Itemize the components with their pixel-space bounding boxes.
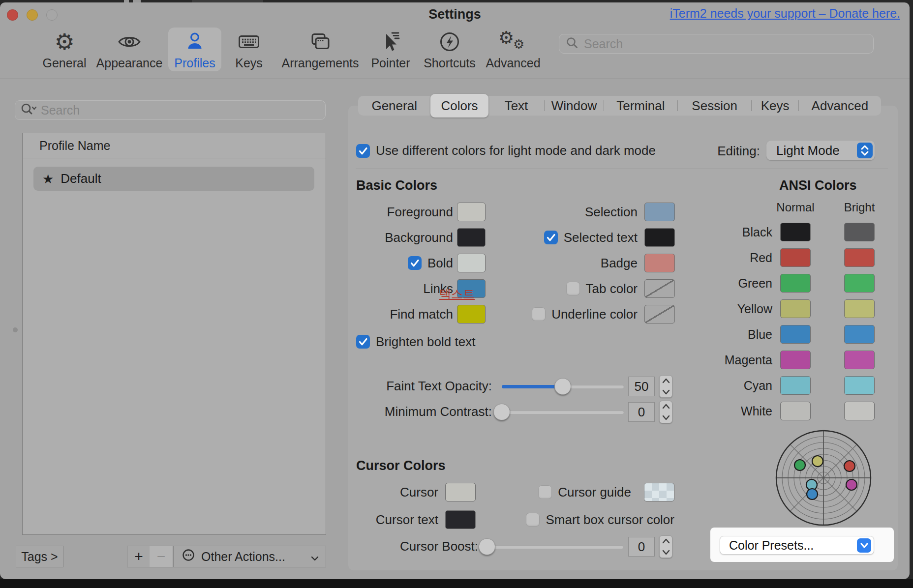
color-well[interactable] <box>644 305 675 323</box>
ansi-row-label: Blue <box>713 327 772 342</box>
ansi-row-label: White <box>713 404 772 418</box>
use-different-colors-checkbox[interactable] <box>356 144 370 158</box>
toolbar-divider <box>0 79 910 79</box>
badge-row: Badge <box>512 250 675 276</box>
color-row-label: Foreground <box>387 205 453 220</box>
color-well[interactable] <box>644 203 675 221</box>
color-well[interactable] <box>844 299 875 318</box>
color-well[interactable] <box>780 299 811 318</box>
tab-keys[interactable]: Keys <box>752 96 798 116</box>
color-well[interactable] <box>457 254 486 272</box>
color-well[interactable] <box>844 376 875 395</box>
underline-color-row: Underline color <box>512 301 675 327</box>
tab-colors[interactable]: Colors <box>430 94 488 118</box>
color-wheel[interactable] <box>774 429 873 529</box>
faint-opacity-stepper[interactable] <box>659 375 672 398</box>
wheel-color-dot[interactable] <box>812 456 823 467</box>
add-profile-button[interactable]: + <box>127 546 151 567</box>
color-well[interactable] <box>780 325 811 344</box>
tab-advanced[interactable]: Advanced <box>799 96 881 116</box>
background-row: Background <box>344 225 486 250</box>
slider-knob[interactable] <box>493 404 510 420</box>
cursor-color-swatch[interactable] <box>445 483 476 501</box>
color-well[interactable] <box>780 351 811 369</box>
color-well[interactable] <box>844 248 875 267</box>
ansi-row-yellow: Yellow <box>713 296 876 322</box>
ellipsis-circle-icon <box>181 547 196 566</box>
star-icon: ★ <box>42 172 54 186</box>
wheel-color-dot[interactable] <box>846 479 857 490</box>
remove-profile-button[interactable]: − <box>150 546 173 567</box>
cursor-text-swatch[interactable] <box>445 510 476 529</box>
color-row-label: Bold <box>427 256 453 271</box>
color-well[interactable] <box>780 223 811 241</box>
color-well[interactable] <box>644 279 675 298</box>
cursor-boost-label: Cursor Boost: <box>344 539 478 554</box>
cursor-color-row: Cursor <box>344 478 476 506</box>
profile-search-field[interactable]: Search <box>15 100 326 120</box>
smart-box-label: Smart box cursor color <box>546 512 674 528</box>
cursor-guide-swatch[interactable] <box>644 483 674 501</box>
selected-text-checkbox[interactable] <box>544 231 558 244</box>
min-contrast-slider[interactable] <box>502 404 624 420</box>
color-row-label: Tab color <box>586 281 638 296</box>
donate-link[interactable]: iTerm2 needs your support – Donate here. <box>670 6 900 21</box>
other-actions-dropdown[interactable]: Other Actions... <box>173 546 326 567</box>
tab-color-checkbox[interactable] <box>566 282 580 295</box>
color-row-label: Selection <box>585 205 638 220</box>
editing-mode-dropdown[interactable]: Light Mode <box>766 141 875 160</box>
wheel-color-dot[interactable] <box>807 489 818 500</box>
cursor-boost-value[interactable]: 0 <box>628 537 655 557</box>
brighten-bold-row: Brighten bold text <box>356 330 475 353</box>
slider-knob[interactable] <box>479 538 495 555</box>
color-well[interactable] <box>844 223 875 241</box>
faint-opacity-value[interactable]: 50 <box>628 377 655 396</box>
color-well[interactable] <box>644 228 675 247</box>
color-well[interactable] <box>844 402 875 420</box>
cursor-boost-stepper[interactable] <box>659 535 672 558</box>
cursor-boost-slider[interactable] <box>487 538 623 555</box>
color-presets-dropdown[interactable]: Color Presets... <box>720 536 874 555</box>
color-well[interactable] <box>457 228 486 247</box>
smart-box-checkbox[interactable] <box>526 513 540 527</box>
color-well[interactable] <box>457 203 486 221</box>
tab-color-row: Tab color <box>512 276 675 301</box>
tab-session[interactable]: Session <box>678 96 751 116</box>
wheel-color-dot[interactable] <box>794 460 805 470</box>
faint-opacity-slider[interactable] <box>502 378 624 395</box>
color-well[interactable] <box>844 274 875 293</box>
color-well[interactable] <box>457 305 486 323</box>
tab-terminal[interactable]: Terminal <box>604 96 677 116</box>
color-row-label: Find match <box>390 307 453 322</box>
tab-window[interactable]: Window <box>545 96 603 116</box>
chevron-down-icon <box>857 538 871 553</box>
min-contrast-value[interactable]: 0 <box>628 402 655 422</box>
color-well[interactable] <box>644 254 675 272</box>
color-well[interactable] <box>780 248 811 267</box>
profile-row-default[interactable]: ★ Default <box>33 167 314 191</box>
brighten-bold-checkbox[interactable] <box>356 335 370 349</box>
foreground-row: Foreground <box>344 199 486 225</box>
slider-knob[interactable] <box>554 378 571 395</box>
color-well[interactable] <box>780 274 811 293</box>
profile-name: Default <box>61 171 101 186</box>
profile-list: Profile Name ★ Default <box>22 133 326 535</box>
color-well[interactable] <box>780 376 811 395</box>
toolbar-search-field[interactable]: Search <box>559 34 874 54</box>
tags-button[interactable]: Tags > <box>16 546 63 567</box>
editing-label: Editing: <box>689 144 760 159</box>
tab-general[interactable]: General <box>358 96 430 116</box>
toolbar-item-advanced[interactable]: ⚙⚙Advanced <box>471 29 555 71</box>
cursor-label: Cursor <box>400 485 438 500</box>
color-well[interactable] <box>844 325 875 344</box>
bold-checkbox[interactable] <box>408 256 422 270</box>
tab-text[interactable]: Text <box>488 96 544 116</box>
color-well[interactable] <box>780 402 811 420</box>
wheel-color-dot[interactable] <box>844 461 855 471</box>
min-contrast-stepper[interactable] <box>659 401 672 423</box>
ansi-row-label: Black <box>713 225 772 239</box>
color-well[interactable] <box>844 351 875 369</box>
editing-mode-value: Light Mode <box>776 141 840 160</box>
underline-color-checkbox[interactable] <box>532 307 546 321</box>
cursor-guide-checkbox[interactable] <box>538 485 552 499</box>
